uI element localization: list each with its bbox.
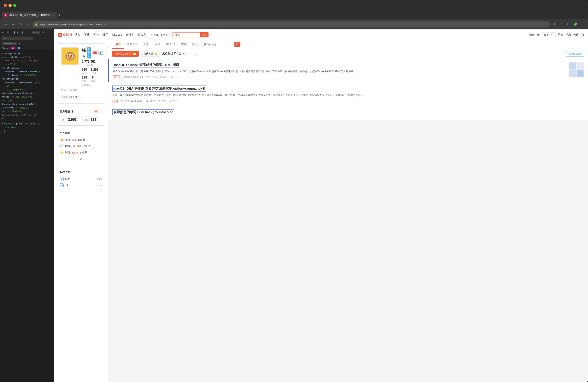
rank-achieve-button[interactable]: 成就	[92, 109, 100, 114]
comments-text: 内容获得	[65, 144, 75, 148]
extensions-button[interactable]: 🧩	[572, 22, 578, 27]
active-browser-tab[interactable]: C 2022年11月_锦天的博客_CSDN博客 ×	[2, 12, 57, 19]
tab-posts[interactable]: 帖子 22	[163, 40, 178, 49]
column-config-icon: ⚙	[60, 177, 64, 181]
main-tabs: 最近 文章 530 资源 问答 帖子	[108, 40, 588, 49]
nav-item-monkey[interactable]: 猿如意	[138, 33, 146, 37]
new-tab-button[interactable]: +	[58, 13, 61, 17]
close-button[interactable]	[4, 4, 7, 7]
bookmark-button[interactable]: ☆	[559, 22, 564, 27]
date-selector[interactable]: 2022/11月4篇 ▾	[162, 52, 186, 56]
refresh-button[interactable]: ↻	[18, 22, 23, 27]
csdn-logo-text: CSDN	[63, 33, 72, 37]
csdn-logo[interactable]: C CSDN	[58, 33, 72, 37]
profile-detail-label: 查看详细资料	[63, 96, 77, 98]
comments-num: 360	[77, 145, 81, 148]
create-center-link[interactable]: 创作中心	[573, 33, 584, 37]
stat-iron-fans: 6 铁粉	[91, 76, 95, 82]
date-dropdown-button[interactable]: ▾	[182, 52, 186, 56]
forward-button[interactable]: →	[10, 22, 16, 27]
tab-qa[interactable]: 问答	[152, 40, 163, 49]
article-title-3[interactable]: 表示颜色的单词 CSS background-color	[112, 109, 174, 115]
more-button[interactable]: ⋯	[580, 22, 585, 27]
csdn-search-input[interactable]	[172, 32, 200, 37]
search-ta-input[interactable]	[202, 42, 235, 47]
tab-articles[interactable]: 文章 530	[124, 40, 140, 49]
search-ta-button[interactable]: 🔍	[234, 42, 240, 47]
nav-item-download[interactable]: 下载	[84, 33, 89, 37]
tab-articles-count: 530	[133, 43, 137, 46]
csdn-nav: 博客 下载 学习 社区 GitCode 云服务 猿如意	[75, 33, 146, 37]
devtools-info-btn[interactable]: ℹ	[14, 31, 15, 34]
home-button[interactable]: ⌂	[25, 22, 31, 27]
tab-more[interactable]: 更多 ▾	[190, 40, 200, 49]
devtools-more-btn[interactable]: ⋮	[21, 31, 24, 34]
profile-detail-button[interactable]: 查看详细资料 ▾	[61, 95, 81, 99]
filter-views-button[interactable]: 按访问量 ↑↓	[141, 51, 160, 57]
refresh-alt-button[interactable]: ↻	[566, 22, 571, 27]
tab-recent[interactable]: 最近	[112, 40, 124, 49]
dynamic-link[interactable]: 动态	[566, 33, 571, 37]
maximize-button[interactable]	[13, 4, 16, 7]
article-views-1: 269	[147, 76, 150, 79]
csdn-search-button[interactable]: 搜索	[200, 32, 209, 37]
devtools-close-btn[interactable]: ✕	[25, 31, 29, 34]
profile-card: 🐵 锦天 码龄4年 🔴 👤	[57, 43, 105, 104]
url-text: blog.csdn.net/wuyujin1997?type=blog&year…	[39, 23, 107, 26]
nav-item-blog[interactable]: 博客	[75, 33, 80, 37]
profile-badge-red: 🔴	[93, 51, 97, 54]
member-center-button[interactable]: 会员中心	[542, 32, 555, 37]
article-title-2[interactable]: macOS IDEA 快捷键 查看类/方法的实现 option+command+…	[112, 86, 206, 91]
devtools-filter-input[interactable]	[1, 37, 33, 40]
article-title-1[interactable]: macOS Outlook 查看邮件的源码 HTML源码	[113, 62, 180, 68]
achievement-title: 个人成就	[60, 131, 103, 135]
next-page-button[interactable]: ›	[194, 52, 198, 56]
devtools-mobile-btn[interactable]: 📱	[6, 31, 10, 34]
tab-video-label: 视频	[181, 43, 187, 46]
filter-time-button[interactable]: 按最后发布时间 ↑↓	[112, 51, 139, 57]
column-item-config[interactable]: ⚙ 配置 166篇	[60, 176, 103, 182]
git-merge-btn[interactable]: ⑃ git 合并多次提	[149, 32, 169, 37]
article-desc-1: 查看Outlook中HTML格式邮件的HTML源代码：Windows：macOS…	[113, 69, 566, 73]
issues-count2: 1	[21, 47, 23, 49]
git-merge-icon: ⑃	[151, 33, 152, 36]
collections-icon: ⭐	[60, 151, 64, 155]
column-js-icon: JS	[60, 183, 64, 187]
tab-more-icon: ▾	[197, 43, 199, 46]
address-bar[interactable]: 🔒 blog.csdn.net/wuyujin1997?type=blog&ye…	[33, 21, 550, 27]
rss-subscribe-button[interactable]: 📡 RSS订阅	[566, 51, 584, 57]
rank-label: 原力等级	[60, 110, 70, 113]
follow-button[interactable]: ➕ 关注	[106, 47, 108, 57]
nav-item-cloud[interactable]: 云服务	[126, 33, 134, 37]
column-item-js[interactable]: JS JS 102篇	[60, 182, 103, 188]
prev-page-button[interactable]: ‹	[189, 52, 193, 56]
nav-item-learn[interactable]: 学习	[93, 33, 99, 37]
collections-suffix: 次收藏	[80, 151, 87, 154]
nav-item-community[interactable]: 社区	[103, 33, 108, 37]
login-button[interactable]: 登录/注册	[529, 33, 540, 37]
default-levels-button[interactable]: Default levels	[1, 42, 17, 45]
profile-badge-gray: 👤	[98, 51, 103, 55]
devtools-cursor-btn[interactable]: ↖	[1, 31, 5, 34]
tab-close-button[interactable]: ×	[53, 14, 55, 17]
git-merge-label: git 合并多次提	[153, 33, 168, 36]
article-comments-2: 0	[170, 99, 171, 102]
footprint-link[interactable]: 足迹	[558, 33, 563, 37]
tab-resources[interactable]: 资源	[140, 40, 152, 49]
top-selector[interactable]: top	[33, 31, 36, 34]
filter-bar: 按最后发布时间 ↑↓ 按访问量 ↑↓ 2022/11月4篇 ▾ ‹	[108, 49, 588, 59]
share-button[interactable]: ⬆	[552, 22, 557, 27]
devtools-eye-btn[interactable]: 👁	[42, 31, 45, 34]
column-config-count: 166篇	[97, 178, 103, 180]
achievement-card: 个人成就 👍 获得 713 次点赞 💬 内容获得 360 次评论	[57, 129, 105, 165]
article-desc-2: 最近一直在 windows/macos 两种系统之间切换，多种软件的多种快捷键都…	[112, 93, 584, 97]
nav-item-gitcode[interactable]: GitCode	[112, 33, 122, 37]
devtools-settings-btn[interactable]: ⚙	[17, 31, 20, 34]
collections-text: 获得	[65, 151, 70, 154]
achievement-comments: 💬 内容获得 360 次评论	[60, 143, 103, 149]
profile-stats: 1,773,452 总访问量 | 520 原创 |	[82, 60, 103, 87]
tab-video[interactable]: 视频	[178, 40, 190, 49]
back-button[interactable]: ←	[3, 22, 8, 27]
rss-icon: 📡	[569, 52, 571, 55]
minimize-button[interactable]	[8, 4, 12, 7]
